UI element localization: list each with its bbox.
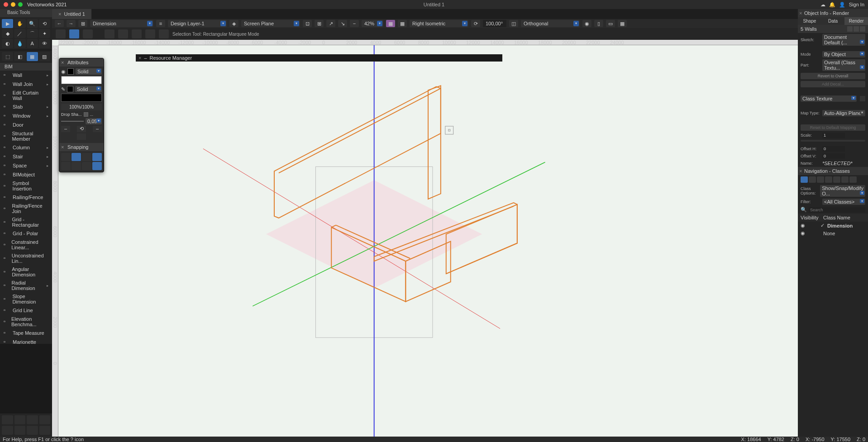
- bim-item[interactable]: ▫Column▸: [0, 143, 52, 152]
- mode-4[interactable]: [105, 29, 114, 38]
- bim-item[interactable]: ▫Elevation Benchma...: [0, 315, 52, 328]
- mode-5[interactable]: [118, 29, 128, 38]
- part-dd[interactable]: Overall (Class Textu...▾: [822, 59, 865, 71]
- ql-2[interactable]: [14, 415, 26, 424]
- bim-item[interactable]: ▫Stair▸: [0, 152, 52, 161]
- bim-item[interactable]: ▫Railing/Fence: [0, 193, 52, 202]
- close-tab-icon[interactable]: ×: [58, 11, 61, 17]
- snap-1[interactable]: [61, 153, 71, 161]
- pen-color[interactable]: [61, 94, 102, 102]
- tool-2d[interactable]: ◆: [2, 29, 13, 38]
- tool-eyedrop[interactable]: 💧: [14, 39, 25, 48]
- fill-mode-dd[interactable]: Solid▾: [76, 68, 102, 75]
- scale-a-icon[interactable]: ↗: [326, 20, 335, 27]
- view-dropdown[interactable]: Right Isometric▾: [410, 20, 468, 27]
- scale-input[interactable]: [822, 133, 845, 138]
- attributes-title[interactable]: ×Attributes: [59, 58, 104, 67]
- class-row[interactable]: ◉None: [798, 229, 868, 237]
- unified-b-icon[interactable]: ▦: [398, 20, 407, 27]
- nav-title[interactable]: ×Navigation - Classes: [798, 167, 868, 175]
- snap-8[interactable]: [92, 162, 102, 170]
- ql-5[interactable]: [2, 426, 13, 435]
- nav-ic-2[interactable]: [809, 176, 816, 183]
- class-options-dd[interactable]: Show/Snap/Modify O...▾: [820, 185, 865, 197]
- zoom-tool[interactable]: 🔍: [27, 19, 38, 28]
- bim-item[interactable]: ▫Grid - Polar: [0, 229, 52, 238]
- bim-item[interactable]: ▫Railing/Fence Join: [0, 202, 52, 215]
- ql-7[interactable]: [27, 426, 38, 435]
- proj-icon[interactable]: ◫: [509, 20, 518, 27]
- class-search-input[interactable]: [809, 207, 865, 213]
- render-icon[interactable]: ◉: [582, 20, 591, 27]
- scale-b-icon[interactable]: ↘: [338, 20, 347, 27]
- snap-6[interactable]: [72, 162, 81, 170]
- viewport[interactable]: [58, 45, 798, 437]
- nav-ic-7[interactable]: [849, 176, 857, 183]
- close-icon[interactable]: ×: [138, 55, 141, 61]
- nav-ic-6[interactable]: [841, 176, 849, 183]
- tab-data[interactable]: Data: [821, 17, 845, 25]
- fill-icon[interactable]: ◉: [61, 69, 66, 75]
- nav-ic-4[interactable]: [825, 176, 832, 183]
- link-icon[interactable]: ⟲: [77, 126, 86, 132]
- snapping-title[interactable]: ×Snapping: [59, 143, 104, 151]
- selection-tool[interactable]: ▶: [2, 19, 13, 28]
- shadow-opts[interactable]: ...: [90, 112, 94, 117]
- reset-attr[interactable]: [77, 133, 86, 140]
- ql-6[interactable]: [14, 426, 26, 435]
- visibility-icon[interactable]: ◉: [801, 230, 806, 236]
- layer-icon[interactable]: ≡: [156, 20, 165, 27]
- zoom-icon[interactable]: [18, 2, 23, 7]
- mode-7[interactable]: [145, 29, 155, 38]
- pen-swatch[interactable]: [67, 86, 73, 92]
- snap-5[interactable]: [61, 162, 71, 170]
- mini-1[interactable]: ⬚: [2, 52, 13, 61]
- line-thickness[interactable]: 0,05▾: [86, 118, 102, 124]
- split-c-icon[interactable]: ▦: [618, 20, 627, 27]
- revert-button[interactable]: Revert to Overall: [801, 73, 865, 79]
- bim-item[interactable]: ▫Angular Dimension: [0, 265, 52, 279]
- mini-4[interactable]: ▨: [39, 52, 50, 61]
- nav-ic-3[interactable]: [817, 176, 824, 183]
- mode-dd[interactable]: By Object▾: [822, 51, 865, 57]
- plane-dropdown[interactable]: Screen Plane▾: [241, 20, 300, 27]
- minimize-icon[interactable]: –: [144, 55, 147, 61]
- angle-input[interactable]: 100,00°: [483, 20, 506, 27]
- snap-3[interactable]: [82, 153, 91, 161]
- pen-mode-dd[interactable]: Solid▾: [75, 86, 102, 92]
- tool-line[interactable]: ／: [14, 29, 25, 38]
- zoom-dropdown[interactable]: 42%▾: [362, 20, 383, 27]
- class-icon[interactable]: ⊞: [78, 20, 87, 27]
- bim-item[interactable]: ▫Symbol Insertion: [0, 179, 52, 193]
- mode-8[interactable]: [159, 29, 169, 38]
- bim-item[interactable]: ▫Space▸: [0, 161, 52, 170]
- fit2-icon[interactable]: ⊞: [315, 20, 324, 27]
- tab-shape[interactable]: Shape: [798, 17, 821, 25]
- resource-manager-bar[interactable]: × – Resource Manager: [136, 54, 502, 62]
- unified-a-icon[interactable]: ▦: [386, 20, 395, 27]
- class-dropdown[interactable]: Dimension▾: [90, 20, 153, 27]
- class-row[interactable]: ◉✓Dimension: [798, 222, 868, 229]
- shadow-check[interactable]: [84, 112, 88, 117]
- document-tab[interactable]: × Untitled 1: [52, 9, 91, 19]
- cloud-icon[interactable]: ☁: [820, 2, 825, 8]
- mini-3[interactable]: ▦: [27, 52, 38, 61]
- offset-v-input[interactable]: [822, 153, 845, 159]
- minimize-icon[interactable]: [11, 2, 15, 7]
- arrow-end[interactable]: –: [93, 126, 102, 132]
- tex-opts[interactable]: [860, 96, 865, 101]
- opacity-display[interactable]: 100%/100%: [61, 104, 102, 110]
- split-a-icon[interactable]: ▯: [594, 20, 603, 27]
- bim-item[interactable]: ▫Marionette: [0, 337, 52, 347]
- ql-4[interactable]: [39, 415, 51, 424]
- visibility-icon[interactable]: ◉: [801, 223, 806, 228]
- pen-icon[interactable]: ✎: [61, 86, 65, 92]
- fwd-button[interactable]: →: [67, 20, 76, 27]
- plane-icon[interactable]: ◈: [229, 20, 238, 27]
- arrow-start[interactable]: –: [61, 126, 70, 132]
- scale-slider[interactable]: [801, 140, 865, 142]
- bim-item[interactable]: ▫Wall Join▸: [0, 80, 52, 89]
- bim-item[interactable]: ▫Unconstrained Lin...: [0, 252, 52, 265]
- bim-item[interactable]: ▫Wall▸: [0, 71, 52, 80]
- bim-item[interactable]: ▫Grid Line: [0, 306, 52, 315]
